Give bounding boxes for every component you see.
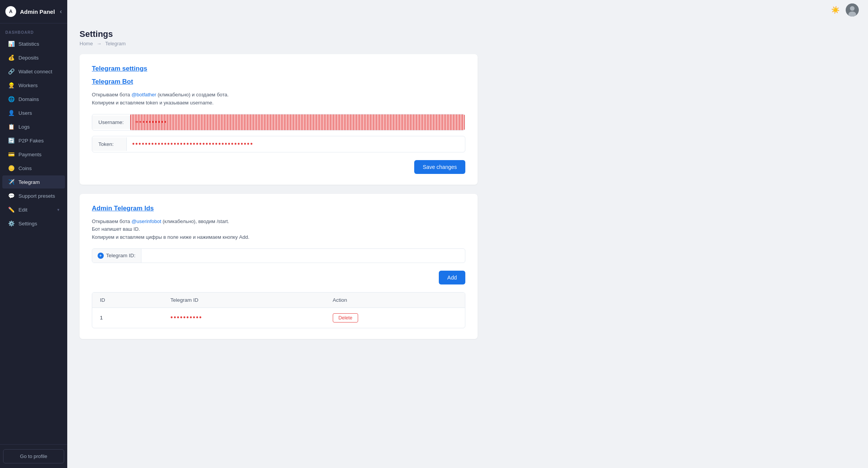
sidebar-item-telegram[interactable]: ✈️ Telegram <box>2 175 65 189</box>
sidebar-footer: Go to profile <box>0 444 67 468</box>
wallet-icon: 🔗 <box>8 68 15 74</box>
telegram-id-label-text: Telegram ID: <box>106 253 136 258</box>
admin-desc-pre: Открываем бота <box>92 218 131 224</box>
cell-telegram-id: •••••••••• <box>163 308 325 328</box>
sidebar-item-label: Wallet connect <box>18 69 60 74</box>
sidebar-item-wallet-connect[interactable]: 🔗 Wallet connect <box>2 65 65 78</box>
sidebar-item-p2p-fakes[interactable]: 🔄 P2P Fakes <box>2 134 65 147</box>
sidebar-item-statistics[interactable]: 📊 Statistics <box>2 37 65 50</box>
breadcrumb: Home → Telegram <box>80 41 478 46</box>
breadcrumb-separator: → <box>96 41 101 46</box>
breadcrumb-home: Home <box>80 41 93 46</box>
telegram-id-label: ✈ Telegram ID: <box>92 249 141 263</box>
theme-toggle-icon[interactable]: ☀️ <box>831 6 840 14</box>
token-input[interactable] <box>127 136 465 152</box>
go-to-profile-button[interactable]: Go to profile <box>3 449 64 463</box>
sidebar-item-domains[interactable]: 🌐 Domains <box>2 93 65 106</box>
sidebar-item-label: Telegram <box>18 179 60 185</box>
admin-desc-line3: Копируем и вставляем цифры в поле ниже и… <box>92 234 249 240</box>
telegram-id-input[interactable] <box>141 249 465 262</box>
userinfobot-link[interactable]: @userinfobot <box>131 218 161 224</box>
telegram-icon: ✈️ <box>8 179 15 185</box>
bot-title: Telegram Bot <box>92 78 465 86</box>
table-row: 1 •••••••••• Delete <box>92 308 465 328</box>
sidebar-header: A Admin Panel ‹ <box>0 0 67 23</box>
save-changes-button[interactable]: Save changes <box>414 160 465 174</box>
admin-desc-post: (кликабельно), вводим /start. <box>161 218 229 224</box>
admin-telegram-ids-card: Admin Telegram Ids Открываем бота @useri… <box>80 194 478 339</box>
logs-icon: 📋 <box>8 124 15 130</box>
add-button[interactable]: Add <box>439 271 465 284</box>
telegram-id-input-row: ✈ Telegram ID: <box>92 248 465 263</box>
save-actions: Save changes <box>92 160 465 174</box>
cell-action: Delete <box>325 308 465 328</box>
sidebar-item-label: Domains <box>18 96 60 102</box>
telegram-small-icon: ✈ <box>98 253 104 259</box>
admin-ids-table-wrapper: ID Telegram ID Action 1 •••••••••• Delet… <box>92 292 465 328</box>
sidebar-item-settings[interactable]: ⚙️ Settings <box>2 217 65 230</box>
sidebar-item-label: Payments <box>18 152 60 157</box>
settings-icon: ⚙️ <box>8 220 15 227</box>
sidebar-item-label: Logs <box>18 124 60 130</box>
app-title: Admin Panel <box>20 8 55 15</box>
bot-desc-line1-post: (кликабельно) и создаем бота. <box>156 92 229 98</box>
col-action: Action <box>325 293 465 308</box>
admin-ids-title: Admin Telegram Ids <box>92 205 465 212</box>
users-icon: 👤 <box>8 110 15 116</box>
sidebar-item-label: Workers <box>18 83 60 88</box>
sidebar-item-label: Settings <box>18 221 60 227</box>
username-label: Username: <box>92 116 130 129</box>
telegram-settings-card: Telegram settings Telegram Bot Открываем… <box>80 54 478 185</box>
botfather-link[interactable]: @botfather <box>131 92 156 98</box>
token-input-row: Token: <box>92 136 465 152</box>
deposits-icon: 💰 <box>8 55 15 61</box>
sidebar-item-label: Coins <box>18 165 60 171</box>
sidebar-section-label: DASHBOARD <box>0 23 67 37</box>
app-logo: A <box>5 6 16 17</box>
sidebar-item-logs[interactable]: 📋 Logs <box>2 120 65 133</box>
page-title: Settings <box>80 29 478 39</box>
token-label: Token: <box>92 137 127 151</box>
add-actions: Add <box>92 271 465 284</box>
sidebar-item-support-presets[interactable]: 💬 Support presets <box>2 189 65 202</box>
username-input-row: Username: <box>92 114 465 131</box>
sidebar-item-label: Deposits <box>18 55 60 61</box>
sidebar-item-label: P2P Fakes <box>18 138 60 144</box>
sidebar-item-users[interactable]: 👤 Users <box>2 106 65 119</box>
p2p-icon: 🔄 <box>8 137 15 144</box>
table-header-row: ID Telegram ID Action <box>92 293 465 308</box>
bot-desc-line2: Копируем и вставляем token и указываем u… <box>92 100 214 106</box>
col-telegram-id: Telegram ID <box>163 293 325 308</box>
sidebar-item-workers[interactable]: 👷 Workers <box>2 79 65 92</box>
telegram-bot-section: Telegram Bot Открываем бота @botfather (… <box>92 78 465 174</box>
workers-icon: 👷 <box>8 82 15 88</box>
statistics-icon: 📊 <box>8 41 15 47</box>
avatar[interactable] <box>846 3 859 17</box>
chevron-down-icon: ▾ <box>57 207 60 212</box>
sidebar-item-coins[interactable]: 🪙 Coins <box>2 162 65 175</box>
sidebar-item-label: Support presets <box>18 193 60 199</box>
svg-point-1 <box>850 6 855 11</box>
bot-desc-line1-pre: Открываем бота <box>92 92 131 98</box>
support-icon: 💬 <box>8 193 15 199</box>
bot-desc: Открываем бота @botfather (кликабельно) … <box>92 91 465 107</box>
topbar: ☀️ <box>67 0 868 20</box>
page-content: Settings Home → Telegram Telegram settin… <box>67 20 490 357</box>
cell-id: 1 <box>92 308 163 328</box>
main-content: ☀️ Settings Home → Telegram Telegram set… <box>67 0 868 468</box>
admin-ids-table: ID Telegram ID Action 1 •••••••••• Delet… <box>92 293 465 328</box>
username-input[interactable] <box>130 114 465 130</box>
sidebar-item-label: Edit <box>18 207 53 213</box>
admin-desc-line2: Бот напишет ваш ID. <box>92 226 140 232</box>
sidebar-item-deposits[interactable]: 💰 Deposits <box>2 51 65 64</box>
telegram-settings-title: Telegram settings <box>92 65 465 73</box>
coins-icon: 🪙 <box>8 165 15 171</box>
sidebar: A Admin Panel ‹ DASHBOARD 📊 Statistics 💰… <box>0 0 67 468</box>
sidebar-collapse-icon[interactable]: ‹ <box>60 8 62 15</box>
sidebar-item-edit[interactable]: ✏️ Edit ▾ <box>2 203 65 216</box>
sidebar-item-payments[interactable]: 💳 Payments <box>2 148 65 161</box>
delete-button[interactable]: Delete <box>333 313 358 322</box>
col-id: ID <box>92 293 163 308</box>
edit-icon: ✏️ <box>8 207 15 213</box>
domains-icon: 🌐 <box>8 96 15 102</box>
